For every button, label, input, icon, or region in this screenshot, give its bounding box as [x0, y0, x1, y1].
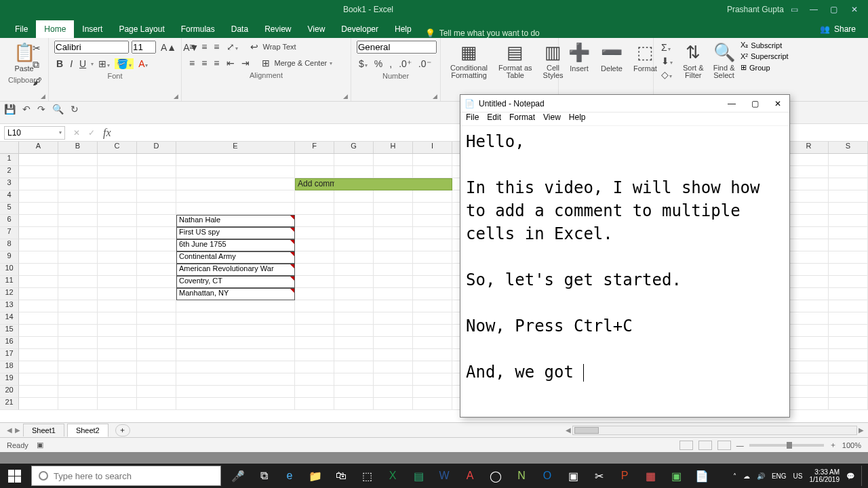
row-header[interactable]: 8 [0, 239, 19, 251]
cell[interactable] [19, 264, 58, 276]
grow-font-icon[interactable]: A▲ [159, 41, 178, 54]
group-label[interactable]: Group [749, 64, 770, 72]
cell[interactable] [58, 373, 98, 386]
cell[interactable] [789, 154, 829, 166]
taskbar-word-icon[interactable]: W [431, 464, 457, 488]
cell[interactable] [98, 386, 137, 398]
cell[interactable] [98, 361, 137, 373]
cell[interactable] [829, 337, 868, 349]
hscroll-track[interactable] [572, 426, 857, 435]
cell[interactable] [374, 154, 413, 166]
cell[interactable] [295, 312, 334, 325]
cell[interactable] [413, 288, 452, 300]
cell[interactable] [295, 349, 334, 361]
wrap-text-button[interactable]: ↩ [248, 41, 260, 53]
taskbar-misc-icon[interactable]: ▦ [637, 464, 663, 488]
cell[interactable] [98, 398, 137, 410]
orientation-button[interactable]: ⤢▾ [224, 41, 240, 53]
tab-page-layout[interactable]: Page Layout [111, 20, 172, 38]
cell[interactable] [137, 251, 176, 264]
col-header[interactable]: A [19, 142, 58, 153]
cell[interactable] [19, 166, 58, 178]
cell[interactable] [176, 325, 295, 337]
align-left[interactable]: ≡ [187, 57, 197, 69]
taskbar-explorer-icon[interactable]: 📁 [302, 464, 328, 488]
cell[interactable] [374, 325, 413, 337]
insert-function-icon[interactable]: fx [103, 127, 111, 139]
cell[interactable] [829, 325, 868, 337]
cell[interactable] [58, 288, 98, 300]
cell[interactable] [58, 312, 98, 325]
taskbar-search-input[interactable] [54, 471, 214, 481]
decrease-decimal[interactable]: .0⁻ [416, 58, 433, 70]
cell[interactable] [58, 361, 98, 373]
cell[interactable] [176, 154, 295, 166]
taskbar-excel-icon[interactable]: X [380, 464, 406, 488]
tab-data[interactable]: Data [223, 20, 256, 38]
fill-color-button[interactable]: 🪣▾ [115, 58, 134, 69]
increase-decimal[interactable]: .0⁺ [397, 58, 414, 70]
hscroll-thumb[interactable] [574, 427, 599, 434]
cell[interactable] [137, 349, 176, 361]
cell[interactable] [295, 239, 334, 251]
alignment-launcher[interactable]: ◢ [343, 93, 348, 100]
row-header[interactable]: 17 [0, 349, 19, 361]
cell[interactable] [19, 276, 58, 288]
cell[interactable] [374, 215, 413, 227]
cell[interactable] [176, 203, 295, 215]
comment-indicator-icon[interactable] [290, 277, 294, 281]
cell[interactable] [19, 251, 58, 264]
cell[interactable] [829, 276, 868, 288]
cell[interactable] [98, 337, 137, 349]
cell[interactable] [176, 398, 295, 410]
row-header[interactable]: 2 [0, 166, 19, 178]
cell[interactable] [413, 251, 452, 264]
qat-print-preview-icon[interactable]: 🔍 [52, 104, 64, 115]
taskbar-reader-icon[interactable]: A [457, 464, 483, 488]
format-as-table-button[interactable]: ▤Format as Table [494, 41, 536, 81]
col-header[interactable]: D [137, 142, 176, 153]
zoom-thumb[interactable] [787, 442, 792, 449]
row-header[interactable]: 15 [0, 325, 19, 337]
row-header[interactable]: 18 [0, 361, 19, 373]
cell[interactable] [789, 325, 829, 337]
tab-help[interactable]: Help [387, 20, 420, 38]
cell[interactable] [334, 166, 374, 178]
cell[interactable] [829, 227, 868, 239]
cell[interactable] [98, 264, 137, 276]
font-launcher[interactable]: ◢ [174, 93, 178, 100]
cell[interactable] [374, 288, 413, 300]
clipboard-launcher[interactable]: ◢ [41, 93, 45, 100]
comment-indicator-icon[interactable] [290, 289, 294, 293]
cell[interactable] [176, 386, 295, 398]
cell[interactable] [829, 264, 868, 276]
cell[interactable] [789, 251, 829, 264]
cell[interactable] [334, 190, 374, 203]
cell[interactable] [829, 154, 868, 166]
cell[interactable] [295, 215, 334, 227]
hscroll-right[interactable]: ▶ [859, 426, 864, 434]
cell[interactable] [789, 190, 829, 203]
tab-developer[interactable]: Developer [333, 20, 387, 38]
cell[interactable] [98, 190, 137, 203]
col-header[interactable]: I [413, 142, 452, 153]
cell[interactable] [374, 361, 413, 373]
zoom-out-button[interactable]: — [736, 441, 744, 449]
cell[interactable]: Continental Army [176, 251, 295, 264]
qat-refresh-icon[interactable]: ↻ [71, 104, 79, 115]
col-header[interactable]: G [334, 142, 374, 153]
notepad-text-area[interactable]: Hello, In this video, I will show how to… [460, 126, 789, 417]
taskbar-search[interactable] [31, 466, 221, 486]
cell[interactable] [829, 386, 868, 398]
tray-clock[interactable]: 3:33 AM 1/16/2019 [810, 468, 840, 483]
cell[interactable] [137, 312, 176, 325]
comment-indicator-icon[interactable] [290, 240, 294, 244]
cell[interactable] [789, 312, 829, 325]
cell[interactable] [19, 349, 58, 361]
sheet-nav-next[interactable]: ▶ [15, 426, 20, 434]
cell[interactable] [137, 203, 176, 215]
cell[interactable] [19, 239, 58, 251]
view-page-break-button[interactable] [717, 441, 731, 450]
cell[interactable] [334, 178, 374, 190]
row-header[interactable]: 16 [0, 337, 19, 349]
